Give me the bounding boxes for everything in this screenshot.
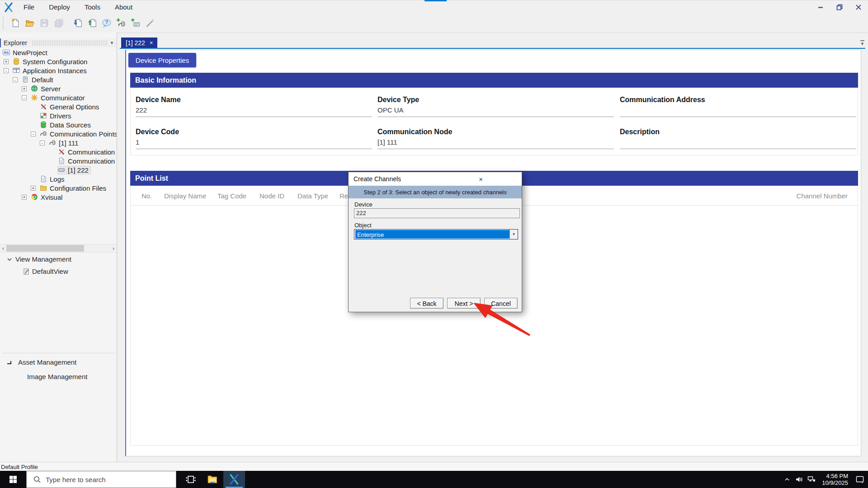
- tools-icon: [58, 148, 65, 155]
- field-device-name: Device Name 222: [136, 94, 372, 117]
- expand-toggle[interactable]: +: [4, 59, 9, 64]
- dialog-title-bar[interactable]: Create Channels ×: [349, 172, 522, 186]
- horizontal-scrollbar[interactable]: ‹ ›: [0, 244, 117, 253]
- file-explorer-button[interactable]: [202, 471, 223, 488]
- tree-item-drivers[interactable]: Drivers: [0, 111, 117, 120]
- column-channel-number[interactable]: Channel Number: [797, 192, 848, 200]
- server-node-icon: [22, 76, 29, 83]
- communication-node-input[interactable]: [1] 111: [377, 137, 614, 149]
- tree-item-application-instances[interactable]: - Application Instances: [0, 66, 117, 75]
- menu-bar: File Deploy Tools About: [0, 0, 868, 13]
- menu-about[interactable]: About: [108, 3, 140, 11]
- search-placeholder: Type here to search: [46, 476, 106, 483]
- tree-item-1-222[interactable]: [1] 222: [0, 165, 117, 174]
- wizard-button[interactable]: [144, 17, 156, 29]
- open-project-button[interactable]: [24, 17, 36, 29]
- tree-item-configuration-files[interactable]: + Configuration Files: [0, 183, 117, 192]
- volume-button[interactable]: [793, 475, 805, 484]
- tree-item-newproject[interactable]: NewProject: [0, 48, 117, 57]
- save-all-button[interactable]: [52, 17, 65, 29]
- tree-item-general-options[interactable]: General Options: [0, 102, 117, 111]
- column-no[interactable]: No.: [142, 192, 152, 200]
- task-view-button[interactable]: [180, 471, 202, 488]
- object-combobox[interactable]: Enterprise ▼: [354, 229, 518, 239]
- dialog-device-input[interactable]: 222: [354, 208, 520, 218]
- collapse-toggle[interactable]: -: [40, 141, 45, 145]
- collapse-toggle[interactable]: -: [22, 95, 27, 100]
- tree-item-1-111[interactable]: - [1] 111: [0, 138, 117, 147]
- collapse-toggle[interactable]: -: [31, 131, 36, 136]
- tree-item-communication-points[interactable]: - Communication Points: [0, 129, 117, 138]
- tree-item-communication-point-options[interactable]: Communication Poin: [0, 147, 117, 156]
- communication-address-input[interactable]: [620, 105, 856, 117]
- back-button[interactable]: < Back: [410, 298, 443, 309]
- column-display-name[interactable]: Display Name: [164, 192, 206, 200]
- menu-file[interactable]: File: [16, 3, 42, 11]
- add-device-button[interactable]: [129, 17, 142, 29]
- x-app-taskbar-button[interactable]: [223, 471, 245, 488]
- tree-item-xvisual[interactable]: + Xvisual: [0, 192, 117, 202]
- tab-close-icon[interactable]: ×: [150, 40, 153, 46]
- task-view-icon: [185, 474, 196, 485]
- dock-corner-icon: [6, 359, 13, 366]
- database-icon: [13, 58, 20, 65]
- expand-toggle[interactable]: +: [22, 86, 27, 91]
- tree-item-system-configuration[interactable]: + System Configuration: [0, 57, 117, 66]
- tree-item-server[interactable]: + Server: [0, 84, 117, 93]
- expand-toggle[interactable]: +: [22, 195, 27, 200]
- close-button[interactable]: [849, 0, 868, 14]
- hidden-icons-button[interactable]: [781, 476, 793, 483]
- export-button[interactable]: [86, 17, 99, 29]
- expand-toggle[interactable]: +: [31, 186, 36, 191]
- help-button[interactable]: [100, 17, 113, 29]
- column-node-id[interactable]: Node ID: [259, 192, 284, 200]
- add-connection-button[interactable]: [115, 17, 127, 29]
- default-view-item[interactable]: DefaultView: [23, 267, 68, 275]
- taskbar-clock[interactable]: 4:56 PM 10/9/2025: [820, 473, 848, 486]
- menu-tools[interactable]: Tools: [77, 3, 108, 11]
- device-name-input[interactable]: 222: [136, 105, 372, 117]
- explorer-dropdown-icon[interactable]: ▼: [110, 41, 117, 45]
- tab-1-222[interactable]: [1] 222 ×: [121, 38, 157, 48]
- plug-icon: [40, 130, 47, 137]
- next-button[interactable]: Next >: [447, 298, 481, 309]
- start-button[interactable]: [0, 471, 26, 488]
- image-management-item[interactable]: Image Management: [27, 373, 87, 380]
- network-button[interactable]: [805, 475, 817, 484]
- tree-item-communicator[interactable]: - Communicator: [0, 93, 117, 102]
- scrollbar-thumb[interactable]: [6, 245, 84, 252]
- taskbar-search-box[interactable]: Type here to search: [26, 471, 176, 488]
- search-icon: [33, 475, 41, 483]
- tree-item-default[interactable]: - Default: [0, 75, 117, 84]
- import-button[interactable]: [71, 17, 84, 29]
- menu-deploy[interactable]: Deploy: [42, 3, 77, 11]
- new-project-button[interactable]: [9, 17, 22, 29]
- scroll-right-arrow[interactable]: ›: [110, 244, 117, 252]
- cancel-button[interactable]: Cancel: [484, 298, 518, 309]
- tree-item-logs[interactable]: Logs: [0, 174, 117, 183]
- collapse-toggle[interactable]: -: [13, 77, 18, 82]
- save-button[interactable]: [38, 17, 51, 29]
- dialog-close-icon[interactable]: ×: [440, 175, 522, 183]
- object-label: Object: [354, 222, 372, 229]
- combobox-dropdown-icon[interactable]: ▼: [509, 230, 518, 239]
- column-tag-code[interactable]: Tag Code: [217, 192, 246, 200]
- tab-overflow-icon[interactable]: ▼: [860, 40, 864, 46]
- scroll-left-arrow[interactable]: ‹: [0, 244, 6, 252]
- description-input[interactable]: [620, 137, 856, 149]
- project-tree: NewProject + System Configuration - Appl…: [0, 48, 117, 202]
- restore-button[interactable]: [830, 0, 849, 14]
- minimize-button[interactable]: [811, 0, 830, 14]
- open-folder-icon: [25, 18, 35, 28]
- device-code-input[interactable]: 1: [136, 137, 372, 149]
- collapse-toggle[interactable]: -: [4, 68, 9, 73]
- column-data-type[interactable]: Data Type: [297, 192, 328, 200]
- tree-item-communication-point-doc[interactable]: Communication Poin: [0, 156, 117, 165]
- explorer-header: Explorer ▼: [0, 38, 117, 47]
- device-properties-button[interactable]: Device Properties: [128, 53, 196, 67]
- asset-management-section[interactable]: Asset Management: [6, 358, 76, 366]
- action-center-button[interactable]: [852, 475, 868, 484]
- tree-item-data-sources[interactable]: Data Sources: [0, 120, 117, 129]
- device-type-input[interactable]: OPC UA: [377, 105, 614, 117]
- view-management-section[interactable]: View Management: [6, 255, 71, 263]
